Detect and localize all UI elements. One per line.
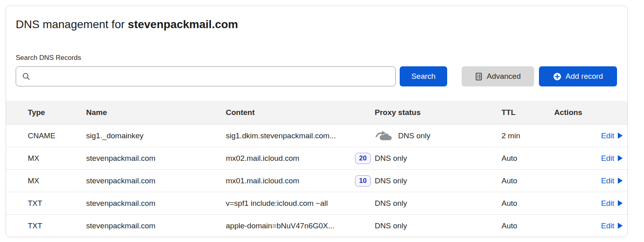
record-content: v=spf1 include:icloud.com ~all — [226, 199, 328, 208]
edit-label: Edit — [601, 154, 614, 163]
chevron-right-icon — [618, 133, 623, 139]
add-record-button-label: Add record — [566, 72, 603, 81]
proxy-status-text: DNS only — [375, 176, 407, 185]
table-row: TXT stevenpackmail.com apple-domain=bNuV… — [6, 214, 627, 237]
plus-circle-icon — [553, 72, 561, 81]
page-title-domain: stevenpackmail.com — [128, 18, 238, 31]
table-row: CNAME sig1._domainkey sig1.dkim.stevenpa… — [6, 124, 627, 147]
mx-priority-badge: 20 — [355, 153, 371, 164]
edit-record-link[interactable]: Edit — [601, 199, 623, 208]
search-box — [16, 66, 396, 86]
column-header-type: Type — [28, 108, 86, 117]
page-title: DNS management for stevenpackmail.com — [16, 17, 618, 32]
record-name: stevenpackmail.com — [86, 176, 226, 185]
add-record-button[interactable]: Add record — [539, 66, 617, 86]
column-header-name: Name — [86, 108, 226, 117]
record-ttl: Auto — [502, 176, 554, 185]
search-button-label: Search — [411, 72, 436, 81]
cloud-dns-only-icon — [375, 129, 392, 143]
proxy-status-text: DNS only — [375, 154, 407, 163]
chevron-right-icon — [618, 200, 623, 206]
edit-record-link[interactable]: Edit — [601, 154, 623, 163]
record-name: stevenpackmail.com — [86, 199, 226, 208]
table-row: MX stevenpackmail.com mx02.mail.icloud.c… — [6, 147, 627, 169]
record-ttl: 2 min — [502, 131, 554, 140]
dns-records-table: Type Name Content Proxy status TTL Actio… — [6, 101, 627, 237]
edit-label: Edit — [601, 199, 614, 208]
record-content: mx01.mail.icloud.com — [226, 176, 299, 185]
edit-record-link[interactable]: Edit — [601, 131, 623, 140]
record-content: sig1.dkim.stevenpackmail.com... — [226, 131, 336, 140]
record-type: TXT — [28, 221, 86, 230]
table-row: TXT stevenpackmail.com v=spf1 include:ic… — [6, 192, 627, 214]
search-input[interactable] — [35, 72, 390, 81]
column-header-proxy-status: Proxy status — [375, 108, 502, 117]
record-content: apple-domain=bNuV47n6G0X... — [226, 221, 334, 230]
proxy-status-text: DNS only — [398, 131, 430, 140]
edit-label: Edit — [601, 131, 614, 140]
search-label: Search DNS Records — [16, 53, 618, 62]
record-name: stevenpackmail.com — [86, 154, 226, 163]
search-icon — [22, 72, 31, 81]
record-type: MX — [28, 176, 86, 185]
search-toolbar: Search Advanced — [16, 66, 618, 86]
chevron-right-icon — [618, 178, 623, 184]
table-header-row: Type Name Content Proxy status TTL Actio… — [6, 101, 627, 124]
chevron-right-icon — [618, 155, 623, 161]
mx-priority-badge: 10 — [355, 175, 371, 187]
proxy-status-text: DNS only — [375, 221, 407, 230]
record-content: mx02.mail.icloud.com — [226, 154, 299, 163]
dns-management-panel: DNS management for stevenpackmail.com Se… — [6, 6, 628, 237]
record-type: MX — [28, 154, 86, 163]
page-title-prefix: DNS management for — [16, 18, 125, 31]
column-header-ttl: TTL — [502, 108, 554, 117]
edit-label: Edit — [601, 176, 614, 185]
record-type: CNAME — [28, 131, 86, 140]
record-name: sig1._domainkey — [86, 131, 226, 140]
table-row: MX stevenpackmail.com mx01.mail.icloud.c… — [6, 169, 627, 192]
record-ttl: Auto — [502, 221, 554, 230]
advanced-button-label: Advanced — [487, 72, 521, 81]
edit-record-link[interactable]: Edit — [601, 176, 623, 185]
edit-label: Edit — [601, 221, 614, 230]
advanced-button[interactable]: Advanced — [462, 66, 534, 86]
proxy-status-text: DNS only — [375, 199, 407, 208]
list-document-icon — [475, 72, 483, 81]
edit-record-link[interactable]: Edit — [601, 221, 623, 230]
column-header-actions: Actions — [554, 108, 623, 117]
record-type: TXT — [28, 199, 86, 208]
chevron-right-icon — [618, 223, 623, 229]
column-header-content: Content — [226, 108, 375, 117]
search-button[interactable]: Search — [400, 66, 447, 86]
record-ttl: Auto — [502, 154, 554, 163]
record-ttl: Auto — [502, 199, 554, 208]
record-name: stevenpackmail.com — [86, 221, 226, 230]
